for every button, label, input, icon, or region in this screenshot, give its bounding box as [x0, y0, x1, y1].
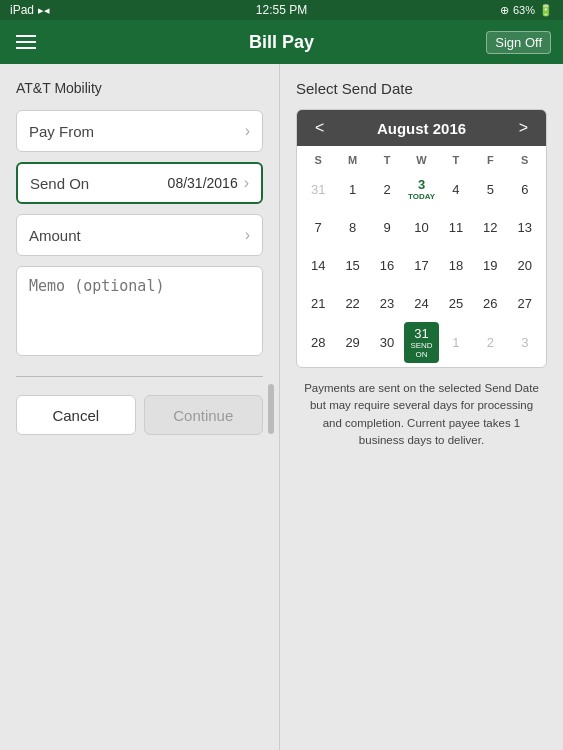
calendar-day-number: 4: [452, 182, 459, 197]
battery-pct: 63%: [513, 4, 535, 16]
battery-icon: 🔋: [539, 4, 553, 17]
calendar-day-cell[interactable]: 22: [335, 284, 369, 322]
calendar-day-cell[interactable]: 6: [508, 170, 542, 208]
calendar-day-cell[interactable]: 29: [335, 322, 369, 363]
calendar-day-cell[interactable]: 13: [508, 208, 542, 246]
status-time: 12:55 PM: [256, 3, 307, 17]
main-content: AT&T Mobility Pay From › Send On 08/31/2…: [0, 64, 563, 750]
calendar-day-cell[interactable]: 24: [404, 284, 438, 322]
continue-button[interactable]: Continue: [144, 395, 264, 435]
calendar-week-row: 21222324252627: [301, 284, 542, 322]
calendar-day-cell[interactable]: 30: [370, 322, 404, 363]
calendar-day-number: 15: [345, 258, 359, 273]
calendar-day-cell[interactable]: 3TODAY: [404, 170, 438, 208]
scroll-indicator: [268, 384, 274, 434]
calendar-day-cell[interactable]: 11: [439, 208, 473, 246]
calendar-day-cell[interactable]: 19: [473, 246, 507, 284]
calendar-day-cell[interactable]: 21: [301, 284, 335, 322]
calendar-week-row: 78910111213: [301, 208, 542, 246]
status-bar: iPad ▸◂ 12:55 PM ⊕ 63% 🔋: [0, 0, 563, 20]
calendar-day-number: 19: [483, 258, 497, 273]
calendar-day-cell[interactable]: 18: [439, 246, 473, 284]
calendar-day-number: 9: [383, 220, 390, 235]
calendar-day-number: 16: [380, 258, 394, 273]
calendar-day-cell[interactable]: 5: [473, 170, 507, 208]
calendar-next-button[interactable]: >: [513, 119, 534, 137]
calendar-day-cell[interactable]: 4: [439, 170, 473, 208]
send-on-label: Send On: [30, 175, 89, 192]
hamburger-line-1: [16, 35, 36, 37]
calendar-prev-button[interactable]: <: [309, 119, 330, 137]
wifi-icon: ▸◂: [38, 4, 50, 17]
calendar-day-number: 25: [449, 296, 463, 311]
calendar-day-cell[interactable]: 25: [439, 284, 473, 322]
nav-bar: Bill Pay Sign Off: [0, 20, 563, 64]
signoff-button[interactable]: Sign Off: [486, 31, 551, 54]
calendar-dow-label: M: [335, 150, 369, 170]
memo-input[interactable]: [16, 266, 263, 356]
status-left: iPad ▸◂: [10, 3, 50, 17]
calendar-day-number: 31: [414, 326, 428, 341]
device-label: iPad: [10, 3, 34, 17]
calendar-day-cell[interactable]: 15: [335, 246, 369, 284]
calendar-day-number: 1: [452, 335, 459, 350]
calendar-day-cell[interactable]: 14: [301, 246, 335, 284]
calendar-day-cell[interactable]: 9: [370, 208, 404, 246]
calendar-dow-label: S: [508, 150, 542, 170]
calendar-day-cell[interactable]: 1: [439, 322, 473, 363]
calendar-day-number: 30: [380, 335, 394, 350]
calendar-day-number: 12: [483, 220, 497, 235]
calendar-day-number: 31: [311, 182, 325, 197]
calendar-day-cell[interactable]: 8: [335, 208, 369, 246]
calendar-day-cell[interactable]: 1: [335, 170, 369, 208]
calendar-day-number: 13: [518, 220, 532, 235]
calendar-day-cell[interactable]: 31SEND ON: [404, 322, 438, 363]
calendar-section-title: Select Send Date: [296, 80, 547, 97]
cancel-button[interactable]: Cancel: [16, 395, 136, 435]
pay-from-field[interactable]: Pay From ›: [16, 110, 263, 152]
calendar-day-number: 26: [483, 296, 497, 311]
right-panel: Select Send Date < August 2016 > SMTWTFS…: [280, 64, 563, 750]
hamburger-line-2: [16, 41, 36, 43]
calendar-header: < August 2016 >: [297, 110, 546, 146]
amount-chevron-icon: ›: [245, 226, 250, 244]
calendar-day-cell[interactable]: 3: [508, 322, 542, 363]
calendar-day-cell[interactable]: 10: [404, 208, 438, 246]
calendar-day-cell[interactable]: 17: [404, 246, 438, 284]
calendar-day-cell[interactable]: 27: [508, 284, 542, 322]
pay-from-label: Pay From: [29, 123, 94, 140]
calendar-day-number: 2: [383, 182, 390, 197]
calendar-day-number: 17: [414, 258, 428, 273]
calendar-day-cell[interactable]: 28: [301, 322, 335, 363]
amount-field[interactable]: Amount ›: [16, 214, 263, 256]
calendar: < August 2016 > SMTWTFS 31123TODAY456789…: [296, 109, 547, 368]
page-title: Bill Pay: [249, 32, 314, 53]
calendar-day-cell[interactable]: 16: [370, 246, 404, 284]
send-on-chevron-icon: ›: [244, 174, 249, 192]
calendar-day-cell[interactable]: 2: [370, 170, 404, 208]
calendar-day-cell[interactable]: 23: [370, 284, 404, 322]
calendar-day-number: 22: [345, 296, 359, 311]
send-on-row: Send On 08/31/2016 ›: [30, 174, 249, 192]
calendar-day-number: 21: [311, 296, 325, 311]
send-on-label: SEND ON: [406, 341, 436, 359]
calendar-day-cell[interactable]: 26: [473, 284, 507, 322]
calendar-dow-label: T: [370, 150, 404, 170]
calendar-day-cell[interactable]: 2: [473, 322, 507, 363]
today-label: TODAY: [408, 192, 435, 201]
calendar-day-number: 5: [487, 182, 494, 197]
calendar-day-number: 8: [349, 220, 356, 235]
calendar-day-cell[interactable]: 7: [301, 208, 335, 246]
calendar-day-cell[interactable]: 31: [301, 170, 335, 208]
left-panel: AT&T Mobility Pay From › Send On 08/31/2…: [0, 64, 280, 750]
calendar-day-cell[interactable]: 12: [473, 208, 507, 246]
calendar-day-number: 11: [449, 220, 463, 235]
divider: [16, 376, 263, 377]
hamburger-menu-button[interactable]: [12, 31, 40, 53]
calendar-day-number: 24: [414, 296, 428, 311]
calendar-day-cell[interactable]: 20: [508, 246, 542, 284]
send-on-field[interactable]: Send On 08/31/2016 ›: [16, 162, 263, 204]
calendar-dow-label: T: [439, 150, 473, 170]
send-on-value: 08/31/2016: [168, 175, 238, 191]
calendar-week-row: 28293031SEND ON123: [301, 322, 542, 363]
